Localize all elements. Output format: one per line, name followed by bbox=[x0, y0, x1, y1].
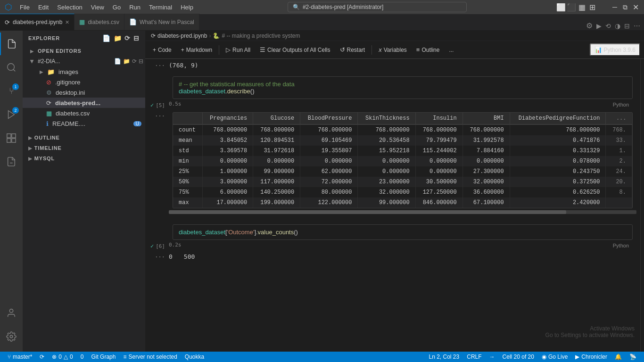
menu-terminal[interactable]: Terminal bbox=[145, 3, 176, 12]
tab-settings-icon[interactable]: ⚙ bbox=[586, 21, 593, 30]
outline-button[interactable]: ≡ Outline bbox=[413, 44, 444, 55]
sidebar-item-images[interactable]: ▶ 📁 images bbox=[23, 66, 145, 77]
sidebar-item-desktopini[interactable]: ⚙ desktop.ini bbox=[23, 87, 145, 98]
activity-run-debug[interactable]: 2 bbox=[0, 103, 23, 126]
sidebar-item-notebook[interactable]: ⟳ diabetes-pred... bbox=[23, 98, 145, 108]
sidebar-item-csv[interactable]: ▦ diabetes.csv bbox=[23, 108, 145, 118]
menu-run[interactable]: Run bbox=[125, 3, 144, 12]
tab-csv[interactable]: ▦ diabetes.csv bbox=[74, 14, 124, 30]
refresh-icon[interactable]: ⟳ bbox=[124, 34, 131, 42]
search-bar[interactable]: 🔍 #2-diabetes-pred [Administrator] bbox=[288, 2, 467, 12]
row-value: 0.626250 bbox=[510, 187, 606, 197]
table-scrollbar[interactable] bbox=[169, 210, 636, 214]
activity-accounts[interactable] bbox=[0, 302, 23, 324]
refresh-btn[interactable]: ⟳ bbox=[132, 58, 137, 65]
tab-more-icon[interactable]: ⋯ bbox=[634, 22, 640, 30]
tab-history-icon[interactable]: ⟲ bbox=[605, 22, 611, 30]
status-sync[interactable]: ⟳ bbox=[36, 352, 48, 362]
clear-outputs-button[interactable]: ☰ Clear Outputs of All Cells bbox=[256, 44, 334, 55]
cell-6-code-block[interactable]: diabetes_dataset['Outcome'].value_counts… bbox=[173, 224, 633, 240]
editor[interactable]: ... (768, 9) # -- get the sta bbox=[145, 59, 640, 352]
status-cell-info[interactable]: Cell 20 of 20 bbox=[499, 352, 538, 362]
sidebar-item-readme[interactable]: ℹ README.... U bbox=[23, 118, 145, 129]
tab-run-icon[interactable]: ▶ bbox=[596, 22, 602, 30]
clear-icon: ☰ bbox=[260, 46, 265, 53]
status-server[interactable]: ≡ Server not selected bbox=[119, 352, 181, 362]
breadcrumb-section[interactable]: # -- making a predictive system bbox=[222, 33, 300, 39]
python-version-button[interactable]: 📊 Python 3.9.6 bbox=[590, 43, 640, 56]
menu-edit[interactable]: Edit bbox=[34, 3, 52, 12]
vscode-logo-icon: ⬡ bbox=[5, 2, 12, 12]
tab-split-icon[interactable]: ⊟ bbox=[624, 22, 630, 30]
menu-file[interactable]: File bbox=[16, 3, 33, 12]
menu-help[interactable]: Help bbox=[177, 3, 197, 12]
main: ⑂ 1 2 bbox=[0, 31, 644, 352]
status-chronicler[interactable]: ▶ Chronicler bbox=[571, 352, 611, 362]
row-value: 768.000000 bbox=[462, 124, 510, 135]
data-table-container[interactable]: Pregnancies Glucose BloodPressure SkinTh… bbox=[173, 112, 633, 208]
menu-go[interactable]: Go bbox=[109, 3, 124, 12]
sidebar-outline[interactable]: ▶ OUTLINE bbox=[23, 132, 145, 143]
timeline-chevron: ▶ bbox=[28, 146, 33, 151]
status-go-live[interactable]: ◉ Go Live bbox=[538, 352, 571, 362]
sidebar-mysql[interactable]: ▶ MYSQL bbox=[23, 153, 145, 164]
status-errors[interactable]: ⊗ 0 △ 0 bbox=[48, 352, 76, 362]
minimize-button[interactable]: ─ bbox=[611, 3, 619, 11]
variables-button[interactable]: x Variables bbox=[375, 44, 411, 55]
collapse-btn[interactable]: ⊟ bbox=[139, 58, 143, 65]
status-notifications[interactable]: 🔔 bbox=[611, 352, 626, 362]
status-broadcast[interactable]: 📡 bbox=[626, 352, 640, 362]
chronicler-label: Chronicler bbox=[581, 354, 607, 360]
table-scroll[interactable]: Pregnancies Glucose BloodPressure SkinTh… bbox=[173, 113, 632, 208]
restore-button[interactable]: ⧉ bbox=[621, 3, 629, 11]
row-value: 2.420000 bbox=[510, 197, 606, 208]
new-folder-btn[interactable]: 📁 bbox=[123, 58, 130, 65]
layout4-icon[interactable]: ⊞ bbox=[588, 3, 596, 11]
restart-button[interactable]: ↺ Restart bbox=[336, 44, 369, 55]
layout3-icon[interactable]: ▦ bbox=[578, 3, 586, 11]
svg-line-1 bbox=[13, 69, 15, 71]
activity-source-control[interactable]: ⑂ 1 bbox=[0, 80, 23, 102]
layout-icon[interactable]: ⬜ bbox=[557, 3, 565, 11]
watermark-line1: Activate Windows bbox=[545, 325, 635, 332]
tab-notebook-close[interactable]: ✕ bbox=[65, 19, 69, 25]
activity-extensions[interactable] bbox=[0, 127, 23, 149]
code-button[interactable]: + Code bbox=[149, 45, 175, 55]
row-value: 0.000000 bbox=[358, 156, 415, 166]
tab-notebook[interactable]: ⟳ diabetes-pred.ipynb ✕ bbox=[0, 14, 74, 30]
status-git-graph[interactable]: Git Graph bbox=[87, 352, 119, 362]
new-file-btn[interactable]: 📄 bbox=[114, 58, 121, 65]
activity-search[interactable] bbox=[0, 56, 23, 79]
more-button[interactable]: ... bbox=[445, 45, 457, 55]
status-branch[interactable]: ⑂ master* bbox=[4, 352, 36, 362]
tab-pascal[interactable]: 📄 What's New in Pascal bbox=[124, 14, 199, 30]
breadcrumb-notebook[interactable]: diabetes-pred.ipynb bbox=[157, 33, 207, 39]
status-info[interactable]: 0 bbox=[77, 352, 88, 362]
close-button[interactable]: ✕ bbox=[632, 3, 639, 11]
sidebar-timeline[interactable]: ▶ TIMELINE bbox=[23, 143, 145, 153]
row-value: 72.000000 bbox=[300, 177, 358, 187]
sidebar-project-section[interactable]: ▶ #2-DIA... 📄 📁 ⟳ ⊟ bbox=[23, 56, 145, 66]
sidebar-item-gitignore[interactable]: ⊘ .gitignore bbox=[23, 77, 145, 87]
activity-test[interactable] bbox=[0, 150, 23, 173]
status-ln-col[interactable]: Ln 2, Col 23 bbox=[425, 352, 463, 362]
tab-theme-icon[interactable]: ◑ bbox=[615, 22, 620, 30]
collapse-icon[interactable]: ⊟ bbox=[133, 34, 140, 42]
run-all-button[interactable]: ▷ Run All bbox=[222, 44, 254, 55]
new-folder-icon[interactable]: 📁 bbox=[114, 34, 122, 42]
row-value: 27.300000 bbox=[462, 166, 510, 177]
cell-5-code-block[interactable]: # -- get the statistical measures of the… bbox=[173, 76, 633, 99]
status-quokka[interactable]: Quokka bbox=[181, 352, 208, 362]
menu-selection[interactable]: Selection bbox=[53, 3, 86, 12]
sidebar-open-editors[interactable]: ▶ OPEN EDITORS bbox=[23, 46, 145, 56]
menu-view[interactable]: View bbox=[87, 3, 108, 12]
minimap bbox=[640, 59, 644, 352]
layout2-icon[interactable]: ⬛ bbox=[568, 3, 575, 11]
activity-settings[interactable] bbox=[0, 325, 23, 348]
activity-explorer[interactable] bbox=[0, 33, 23, 55]
status-crlf[interactable]: CRLF bbox=[463, 352, 485, 362]
new-file-icon[interactable]: 📄 bbox=[102, 34, 111, 42]
status-eol[interactable]: → bbox=[486, 352, 499, 362]
markdown-button[interactable]: + Markdown bbox=[177, 45, 216, 55]
outline-label: OUTLINE bbox=[34, 135, 60, 140]
